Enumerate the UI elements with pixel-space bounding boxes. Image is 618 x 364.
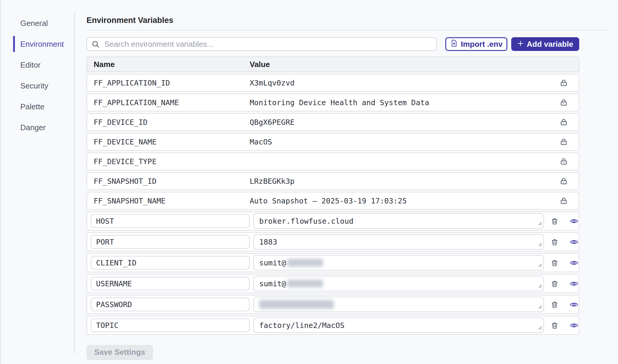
lock-icon [549,98,579,107]
lock-icon [549,197,579,205]
env-value: X3mLqv0zvd [250,79,549,87]
env-name-input[interactable] [91,235,250,249]
search-input[interactable] [86,37,437,51]
reveal-value-button[interactable] [569,217,579,226]
env-value-input[interactable]: 1883 [253,234,544,250]
env-name: FF_APPLICATION_ID [87,79,250,87]
env-toolbar: Import .env Add variable [86,37,579,51]
search-icon [91,40,100,50]
resize-grip-icon[interactable] [537,304,542,310]
table-row [86,295,579,314]
resize-grip-icon[interactable] [537,241,542,248]
environment-panel: Environment Variables Impor [86,16,611,360]
reveal-value-button[interactable] [569,321,579,330]
env-value-input[interactable]: sumit@ [253,255,544,270]
resize-grip-icon[interactable] [537,220,542,227]
column-header-value: Value [250,60,579,69]
plus-icon [517,40,524,49]
table-row: 1883 [86,232,579,251]
file-import-icon [450,39,458,49]
env-value: Auto Snapshot – 2025-03-19 17:03:25 [250,197,549,205]
sidebar-item-label: Danger [20,123,46,132]
table-row: broker.flowfuse.cloud [86,211,579,231]
env-value-input[interactable]: factory/line2/MacOS [253,318,544,333]
env-value-input[interactable]: sumit@ [253,276,544,291]
delete-variable-button[interactable] [551,238,559,246]
env-value-input[interactable] [253,297,544,312]
settings-page: General Environment Editor Security Pale… [0,0,618,364]
lock-icon [549,79,579,87]
sidebar-item-general[interactable]: General [20,13,68,34]
env-name-input[interactable] [91,318,250,332]
reveal-value-button[interactable] [569,279,579,288]
resize-grip-icon[interactable] [537,262,542,269]
env-value-text: sumit@ [259,259,286,267]
lock-icon [549,157,579,166]
env-value-text: 1883 [259,238,277,246]
env-name: FF_APPLICATION_NAME [87,98,250,107]
lock-icon [549,138,579,146]
table-header: Name Value [86,57,579,72]
page-title: Environment Variables [86,16,611,24]
column-header-name: Name [87,60,250,69]
table-row: FF_DEVICE_TYPE [86,153,579,170]
active-tab-indicator [13,36,15,52]
table-row: FF_SNAPSHOT_ID LRzBEGKk3p [86,172,579,190]
env-value: LRzBEGKk3p [250,177,549,186]
import-env-label: Import .env [461,40,503,49]
redacted-value [259,300,334,309]
env-value: QBgX6PEGRE [250,118,549,127]
delete-variable-button[interactable] [551,259,559,267]
table-row: FF_APPLICATION_ID X3mLqv0zvd [86,74,579,92]
table-row: FF_DEVICE_NAME MacOS [86,133,579,151]
env-value-text: broker.flowfuse.cloud [259,217,353,225]
add-variable-label: Add variable [527,40,573,49]
title-divider [86,30,611,30]
env-name: FF_DEVICE_NAME [87,138,250,146]
delete-variable-button[interactable] [551,280,559,288]
sidebar-item-label: General [20,19,48,28]
search-box [86,37,437,51]
table-row: FF_DEVICE_ID QBgX6PEGRE [86,113,579,131]
resize-grip-icon[interactable] [537,325,542,331]
sidebar-divider [74,12,75,354]
table-row: FF_APPLICATION_NAME Monitoring Device He… [86,94,579,111]
env-value: Monitoring Device Health and System Data [250,98,549,107]
sidebar-item-palette[interactable]: Palette [20,96,68,117]
reveal-value-button[interactable] [569,237,579,247]
env-name-input[interactable] [91,277,250,290]
redacted-value [287,280,323,287]
sidebar-item-label: Security [20,81,48,91]
sidebar-item-label: Palette [20,102,44,111]
sidebar-item-editor[interactable]: Editor [20,55,68,75]
settings-sidebar: General Environment Editor Security Pale… [20,13,68,138]
delete-variable-button[interactable] [551,321,559,329]
env-name: FF_SNAPSHOT_NAME [87,197,250,205]
table-row: FF_SNAPSHOT_NAME Auto Snapshot – 2025-03… [86,192,579,210]
sidebar-item-danger[interactable]: Danger [20,117,68,138]
add-variable-button[interactable]: Add variable [511,37,579,51]
env-value-text: sumit@ [259,279,286,288]
env-value: MacOS [250,138,549,146]
table-row: sumit@ [86,253,579,272]
sidebar-item-security[interactable]: Security [20,75,68,96]
resize-grip-icon[interactable] [537,283,542,290]
table-row: factory/line2/MacOS [86,316,579,335]
import-env-button[interactable]: Import .env [445,37,507,51]
reveal-value-button[interactable] [569,258,579,267]
env-value-text: factory/line2/MacOS [259,321,344,330]
save-settings-button[interactable]: Save Settings [86,345,153,360]
env-name: FF_SNAPSHOT_ID [87,177,250,186]
env-name-input[interactable] [91,298,250,311]
env-name-input[interactable] [91,256,250,270]
env-value-input[interactable]: broker.flowfuse.cloud [253,213,544,229]
env-name-input[interactable] [91,214,250,228]
env-name: FF_DEVICE_TYPE [87,157,250,166]
sidebar-item-environment[interactable]: Environment [20,34,68,55]
table-row: sumit@ [86,274,579,293]
delete-variable-button[interactable] [551,301,559,309]
reveal-value-button[interactable] [569,300,579,309]
sidebar-item-label: Editor [20,60,41,70]
delete-variable-button[interactable] [551,217,559,225]
env-name: FF_DEVICE_ID [87,118,250,127]
